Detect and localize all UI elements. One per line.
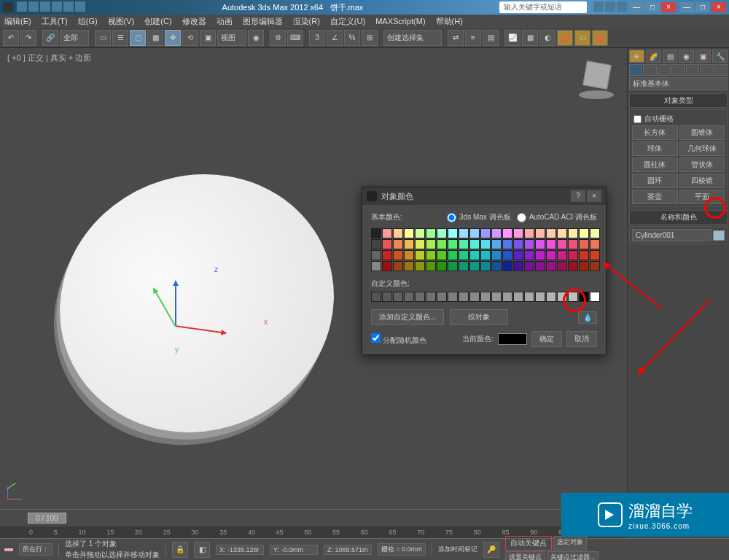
palette-swatch[interactable] — [513, 239, 523, 249]
menu-create[interactable]: 创建(C) — [144, 16, 171, 27]
palette-swatch[interactable] — [448, 239, 458, 249]
key-lock-button[interactable]: 🔑 — [483, 542, 499, 558]
spinner-snap-button[interactable]: ⊞ — [362, 30, 378, 46]
assign-random-checkbox[interactable]: 分配随机颜色 — [371, 333, 426, 346]
palette-swatch[interactable] — [459, 261, 469, 271]
ok-button[interactable]: 确定 — [531, 331, 562, 347]
lights-subtab[interactable] — [658, 64, 671, 76]
palette-swatch[interactable] — [502, 239, 512, 249]
obj-type-四棱锥[interactable]: 四棱锥 — [679, 174, 725, 188]
custom-swatch[interactable] — [513, 292, 523, 302]
track-bar[interactable] — [4, 548, 13, 551]
object-name-input[interactable]: Cylinder001 — [632, 229, 712, 241]
palette-swatch[interactable] — [524, 250, 534, 260]
palette-swatch[interactable] — [404, 228, 414, 238]
palette-swatch[interactable] — [382, 261, 392, 271]
render-setup-button[interactable]: 🫖 — [557, 30, 573, 46]
palette-swatch[interactable] — [480, 250, 491, 260]
quick-access[interactable] — [16, 1, 86, 13]
snap-button[interactable]: 3 — [309, 30, 325, 46]
palette-swatch[interactable] — [579, 228, 589, 238]
menu-maxscript[interactable]: MAXScript(M) — [375, 17, 425, 26]
auto-key-button[interactable]: 自动关键点 — [505, 536, 552, 551]
custom-swatch[interactable] — [404, 292, 414, 302]
custom-swatch[interactable] — [469, 292, 480, 302]
modify-tab[interactable]: 🌈 — [646, 50, 661, 63]
redo-button[interactable]: ↷ — [20, 30, 36, 46]
custom-color-row[interactable] — [371, 292, 597, 302]
add-custom-button[interactable]: 添加自定义颜色... — [371, 309, 444, 325]
palette-swatch[interactable] — [393, 250, 403, 260]
palette-swatch[interactable] — [459, 239, 469, 249]
menu-modifiers[interactable]: 修改器 — [182, 16, 206, 27]
mirror-button[interactable]: ⇄ — [448, 30, 464, 46]
help-search-input[interactable]: 输入关键字或短语 — [499, 1, 587, 13]
auto-grid-checkbox[interactable] — [634, 115, 642, 123]
space-warps-subtab[interactable] — [700, 64, 713, 76]
palette-swatch[interactable] — [393, 228, 403, 238]
layers-button[interactable]: ▤ — [483, 30, 499, 46]
custom-swatch[interactable] — [546, 292, 556, 302]
dialog-titlebar[interactable]: 对象颜色 ? × — [362, 187, 606, 205]
title-icons[interactable] — [593, 1, 628, 13]
palette-swatch[interactable] — [382, 239, 392, 249]
palette-swatch[interactable] — [524, 239, 534, 249]
shapes-subtab[interactable] — [643, 64, 656, 76]
move-button[interactable]: ✥ — [165, 30, 181, 46]
custom-swatch[interactable] — [524, 292, 534, 302]
menu-help[interactable]: 帮助(H) — [436, 16, 463, 27]
palette-swatch[interactable] — [404, 250, 414, 260]
palette-swatch[interactable] — [579, 239, 589, 249]
time-slider[interactable]: 0 / 100 — [0, 509, 627, 526]
palette-swatch[interactable] — [568, 228, 578, 238]
cancel-button[interactable]: 取消 — [566, 331, 597, 347]
palette-swatch[interactable] — [437, 239, 447, 249]
render-button[interactable]: 🫖 — [592, 30, 608, 46]
menu-group[interactable]: 组(G) — [78, 16, 98, 27]
utilities-tab[interactable]: 🔧 — [712, 50, 728, 63]
palette-swatch[interactable] — [469, 261, 480, 271]
key-filters-button[interactable]: 关键点过滤器... — [547, 551, 599, 561]
palette-swatch[interactable] — [491, 250, 502, 260]
coord-z[interactable]: Z: 1088.571m — [324, 545, 372, 555]
category-dropdown[interactable]: 标准基本体 — [629, 77, 728, 90]
custom-swatch[interactable] — [568, 292, 578, 302]
palette-swatch[interactable] — [371, 228, 381, 238]
palette-swatch[interactable] — [404, 239, 414, 249]
hierarchy-tab[interactable]: ▤ — [663, 50, 678, 63]
palette-swatch[interactable] — [568, 239, 578, 249]
palette-swatch[interactable] — [502, 228, 512, 238]
helpers-subtab[interactable] — [686, 64, 699, 76]
named-sel-dropdown[interactable]: 创建选择集 — [383, 30, 442, 46]
material-editor-button[interactable]: ◐ — [539, 30, 555, 46]
palette-swatch[interactable] — [491, 261, 502, 271]
menu-tools[interactable]: 工具(T) — [42, 16, 68, 27]
palette-swatch[interactable] — [448, 250, 458, 260]
mode-aci-radio[interactable]: AutoCAD ACI 调色板 — [517, 212, 597, 222]
object-color-swatch[interactable] — [713, 230, 725, 241]
manip-button[interactable]: ⚙ — [270, 30, 286, 46]
window-crossing-button[interactable]: ▦ — [147, 30, 163, 46]
palette-swatch[interactable] — [393, 261, 403, 271]
palette-swatch[interactable] — [491, 239, 502, 249]
coord-x[interactable]: X: -1335.128r — [216, 545, 264, 555]
palette-swatch[interactable] — [546, 250, 556, 260]
custom-swatch[interactable] — [371, 292, 381, 302]
create-tab[interactable]: ✳ — [629, 50, 644, 63]
custom-swatch[interactable] — [502, 292, 512, 302]
name-color-header[interactable]: 名称和颜色 — [629, 210, 728, 225]
palette-swatch[interactable] — [557, 239, 567, 249]
palette-swatch[interactable] — [415, 239, 425, 249]
iso-button[interactable]: ◧ — [194, 542, 210, 558]
palette-swatch[interactable] — [448, 228, 458, 238]
palette-swatch[interactable] — [469, 228, 480, 238]
obj-type-长方体[interactable]: 长方体 — [632, 125, 678, 140]
obj-type-圆柱体[interactable]: 圆柱体 — [632, 158, 678, 172]
custom-swatch[interactable] — [448, 292, 458, 302]
palette-swatch[interactable] — [469, 239, 480, 249]
custom-swatch[interactable] — [590, 292, 600, 302]
move-gizmo[interactable]: x y z — [175, 281, 262, 369]
angle-snap-button[interactable]: ∠ — [327, 30, 343, 46]
palette-swatch[interactable] — [524, 261, 534, 271]
palette-swatch[interactable] — [437, 261, 447, 271]
